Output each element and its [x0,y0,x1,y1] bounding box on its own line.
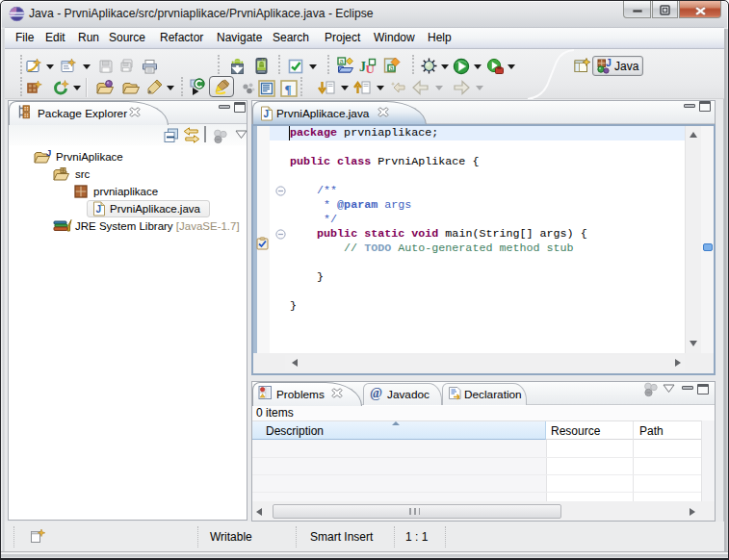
svg-text:¶: ¶ [285,82,292,96]
svg-text:J: J [264,109,270,119]
svg-text:J: J [96,204,102,215]
svg-text:J: J [46,148,51,158]
svg-text:J: J [606,58,612,68]
